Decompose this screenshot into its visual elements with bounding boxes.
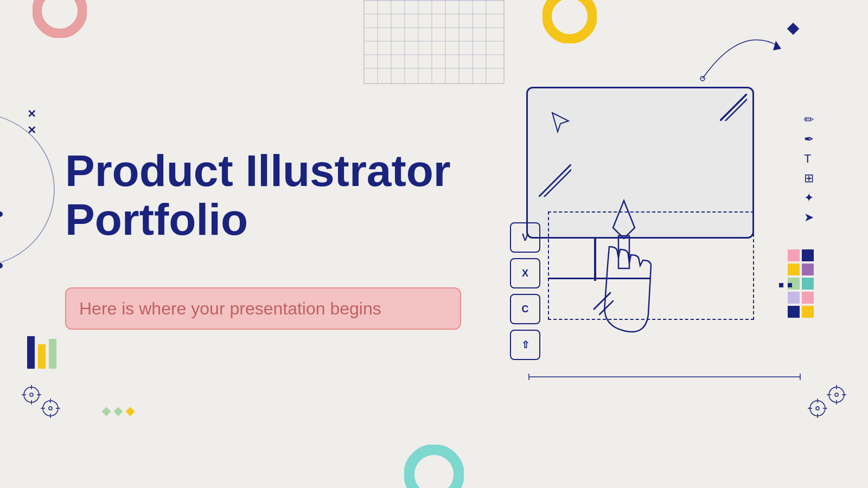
- swatch-lavender: [788, 292, 800, 304]
- toolbar-pen-icon: ✏: [804, 114, 814, 126]
- dot1: [779, 283, 783, 287]
- subtitle-text: Here is where your presentation begins: [79, 299, 381, 319]
- diamond-green1: [102, 407, 111, 416]
- key-x: X: [510, 258, 540, 288]
- monitor-diag-lines: [539, 164, 571, 199]
- swatch-yellow2: [802, 306, 814, 318]
- title-line2: Portfolio: [65, 195, 456, 244]
- key-v: V: [510, 222, 540, 253]
- svg-point-33: [829, 387, 844, 402]
- svg-point-15: [37, 0, 82, 34]
- diamond-dots-decoration: [103, 408, 133, 415]
- x-marks-decoration: ✕ ✕: [27, 106, 36, 138]
- svg-line-50: [720, 94, 747, 121]
- svg-point-20: [0, 211, 3, 217]
- monitor-cursor-icon: [550, 110, 574, 137]
- bar-navy: [27, 336, 35, 369]
- bar-yellow: [38, 344, 46, 369]
- subtitle-box: Here is where your presentation begins: [65, 287, 461, 330]
- illustration-area: V X C ⇧ ✏ ✒ T ⊞ ✦ ➤: [499, 87, 814, 369]
- circle-left-decoration: [0, 108, 76, 271]
- slide-title: Product Illustrator Portfolio: [65, 146, 456, 244]
- swatch-yellow: [788, 264, 800, 275]
- title-line1: Product Illustrator: [65, 146, 456, 195]
- bar-green: [49, 339, 56, 369]
- svg-point-19: [0, 263, 3, 268]
- svg-marker-47: [552, 113, 569, 132]
- svg-point-16: [547, 0, 592, 39]
- crosshair-br2: [808, 399, 827, 420]
- swatch-navy2: [788, 306, 800, 318]
- svg-marker-46: [773, 41, 781, 50]
- donut-teal-decoration: [404, 445, 464, 488]
- svg-point-27: [43, 401, 58, 416]
- key-shift: ⇧: [510, 330, 540, 360]
- diamond-green2: [114, 407, 123, 416]
- diamond-topright-decoration: [787, 23, 800, 35]
- svg-point-22: [30, 393, 33, 396]
- svg-line-49: [544, 170, 571, 197]
- swatch-navy: [802, 249, 814, 261]
- donut-pink-decoration: [33, 0, 87, 38]
- svg-point-17: [409, 450, 459, 488]
- svg-point-39: [810, 401, 825, 416]
- toolbar-arrow-icon: ➤: [804, 211, 814, 223]
- svg-point-28: [49, 407, 52, 410]
- swatch-purple: [802, 264, 814, 275]
- toolbar-grid-icon: ⊞: [804, 172, 814, 184]
- svg-line-55: [599, 301, 613, 314]
- donut-yellow-decoration: [542, 0, 597, 43]
- key-c: C: [510, 294, 540, 324]
- slide: ✕ ✕ Product Illustrator Portfolio Here i…: [0, 0, 868, 488]
- svg-marker-52: [613, 201, 635, 239]
- small-dots-decoration: [779, 283, 792, 287]
- svg-line-51: [725, 99, 747, 121]
- hand-pen-illustration: [564, 195, 684, 347]
- arrow-curve-decoration: [697, 14, 784, 86]
- toolbar-right-panel: ✏ ✒ T ⊞ ✦ ➤: [804, 114, 814, 223]
- grid-decoration: [363, 0, 505, 84]
- svg-rect-0: [364, 1, 504, 84]
- keyboard-shortcuts-panel: V X C ⇧: [510, 222, 540, 360]
- diamond-yellow: [126, 407, 135, 416]
- ruler-bottom: [483, 373, 846, 374]
- swatch-pink2: [802, 292, 814, 304]
- toolbar-nib-icon: ✒: [804, 133, 814, 145]
- svg-point-34: [835, 393, 838, 396]
- crosshair-br1: [827, 385, 846, 407]
- toolbar-star-icon: ✦: [804, 192, 814, 204]
- svg-point-40: [816, 407, 819, 410]
- svg-line-48: [539, 164, 571, 197]
- swatch-teal: [802, 278, 814, 290]
- toolbar-text-icon: T: [804, 153, 814, 165]
- color-bars-decoration: [27, 336, 56, 369]
- crosshair-bl1: [22, 385, 41, 407]
- svg-point-21: [24, 387, 39, 402]
- monitor-topright-diag: [720, 94, 747, 123]
- swatch-pink: [788, 249, 800, 261]
- dot2: [788, 283, 792, 287]
- crosshair-bl2: [41, 399, 60, 420]
